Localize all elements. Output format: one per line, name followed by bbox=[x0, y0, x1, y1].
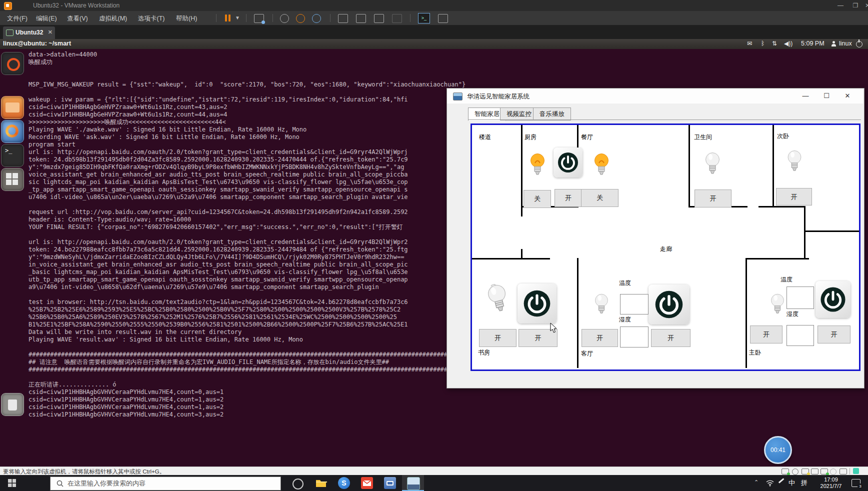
cortana-icon[interactable] bbox=[292, 478, 304, 490]
second-bedroom-bulb-off-icon bbox=[786, 150, 802, 172]
menu-edit[interactable]: 编辑(E) bbox=[33, 14, 60, 24]
action-center-icon[interactable]: 3 bbox=[852, 479, 860, 487]
wall bbox=[804, 206, 806, 260]
menu-vm[interactable]: 虚拟机(M) bbox=[96, 14, 130, 24]
pause-vm-button-bar2[interactable] bbox=[228, 14, 230, 22]
file-explorer-icon[interactable] bbox=[315, 477, 327, 489]
living-humidity-input[interactable] bbox=[620, 326, 648, 348]
pause-vm-button[interactable] bbox=[225, 14, 227, 22]
ubuntu-username[interactable]: linux bbox=[839, 40, 852, 47]
ubuntu-top-panel: linux@ubuntu: ~/smart ✉ ᛒ ⇅ ◀)) 5:09 PM … bbox=[0, 39, 868, 50]
study-power-button[interactable] bbox=[518, 284, 556, 324]
kitchen-close-button[interactable]: 关 bbox=[524, 190, 551, 208]
terminal-line: csid=civw1P1HHBHAgbGVHVCeraaPYHdLvmu7HE4… bbox=[28, 411, 466, 418]
tray-expand-icon[interactable]: ⌃ bbox=[754, 479, 758, 486]
app-minimize-button[interactable]: — bbox=[798, 91, 813, 102]
ime-indicator[interactable]: 拼 bbox=[801, 478, 808, 488]
vmware-taskbar-icon[interactable] bbox=[384, 477, 396, 489]
master-bedroom-power-button[interactable] bbox=[816, 281, 850, 318]
workspace-switcher-icon[interactable] bbox=[1, 168, 24, 191]
master-humidity-input[interactable] bbox=[786, 325, 814, 346]
restore-layout-icon[interactable] bbox=[853, 468, 859, 474]
mail-indicator-icon[interactable]: ✉ bbox=[747, 40, 752, 47]
volume-icon[interactable]: ◀)) bbox=[784, 40, 792, 47]
fit-guest-icon[interactable] bbox=[374, 14, 384, 23]
living-temp-input[interactable] bbox=[620, 294, 648, 314]
snapshot-manager-icon[interactable] bbox=[312, 14, 321, 23]
terminal-line bbox=[28, 88, 466, 96]
menu-view[interactable]: 查看(V) bbox=[64, 14, 91, 24]
floor-plan: 楼道 厨房 餐厅 卫生间 次卧 走廊 书房 客厅 主卧 bbox=[470, 124, 860, 371]
active-app-slot[interactable] bbox=[402, 475, 424, 491]
bluetooth-icon[interactable]: ᛒ bbox=[761, 40, 764, 47]
vmware-maximize-button[interactable]: ❐ bbox=[849, 1, 862, 10]
tab-close-icon[interactable]: ✕ bbox=[48, 29, 52, 36]
session-gear-icon[interactable] bbox=[856, 41, 862, 48]
show-library-icon[interactable] bbox=[338, 14, 348, 23]
send-ctrl-alt-del-icon[interactable] bbox=[254, 14, 264, 23]
wall bbox=[746, 258, 747, 368]
smart-home-taskbar-icon[interactable] bbox=[407, 477, 420, 490]
mail-client-icon[interactable] bbox=[361, 477, 373, 489]
master-open-button-2[interactable]: 开 bbox=[818, 326, 850, 344]
ubuntu-clock[interactable]: 5:09 PM bbox=[801, 40, 824, 47]
living-open-button-1[interactable]: 开 bbox=[582, 329, 618, 347]
master-temp-input[interactable] bbox=[786, 286, 814, 309]
cdrom-status-icon[interactable] bbox=[792, 468, 798, 475]
taskbar-clock[interactable]: 17:09 2021/7/7 bbox=[816, 476, 846, 490]
terminal-line: request url :http://vop.baidu.com/server… bbox=[28, 208, 466, 216]
taskbar-time: 17:09 bbox=[816, 476, 846, 483]
living-room-power-button[interactable] bbox=[648, 284, 690, 324]
app-close-button[interactable]: ✕ bbox=[840, 91, 855, 102]
power-dropdown-caret[interactable]: ▼ bbox=[235, 15, 240, 20]
terminal-output: data->datalen=44000唤醒成功MSP_IVW_MSG_WAKEU… bbox=[28, 51, 466, 418]
snapshot-take-icon[interactable] bbox=[280, 14, 289, 23]
pen-input-icon[interactable] bbox=[778, 478, 784, 483]
sound-status-icon[interactable] bbox=[820, 468, 828, 474]
network-adapter-status-icon[interactable] bbox=[802, 468, 809, 474]
screen: Ubuntu32 - VMware Workstation — ❐ ✕ 文件(F… bbox=[0, 0, 868, 491]
kitchen-dining-power-button[interactable] bbox=[554, 148, 582, 178]
vmware-menubar: 文件(F) 编辑(E) 查看(V) 虚拟机(M) 选项卡(T) 帮助(H) ▼ … bbox=[0, 11, 868, 25]
unity-mode-icon bbox=[392, 14, 402, 23]
trash-icon[interactable] bbox=[1, 393, 24, 416]
wall bbox=[688, 125, 690, 207]
bathroom-open-button[interactable]: 开 bbox=[694, 190, 732, 208]
start-button[interactable] bbox=[8, 479, 16, 487]
snapshot-revert-icon[interactable] bbox=[296, 14, 305, 23]
fullscreen-icon[interactable] bbox=[438, 14, 448, 23]
study-open-button-1[interactable]: 开 bbox=[479, 329, 516, 347]
living-open-button-2[interactable]: 开 bbox=[651, 329, 690, 347]
harddisk-status-icon[interactable] bbox=[782, 468, 789, 474]
show-thumbnail-bar-icon[interactable] bbox=[356, 14, 366, 23]
menu-help[interactable]: 帮助(H) bbox=[173, 14, 200, 24]
taskbar-search-input[interactable]: 在这里输入你要搜索的内容 bbox=[50, 476, 281, 490]
console-view-icon[interactable]: >_ bbox=[418, 13, 430, 24]
kitchen-open-button[interactable]: 开 bbox=[554, 189, 582, 207]
wifi-icon[interactable] bbox=[766, 480, 774, 486]
printer-status-icon[interactable] bbox=[811, 468, 818, 474]
menu-file[interactable]: 文件(F) bbox=[4, 14, 30, 24]
wall bbox=[577, 258, 578, 368]
user-icon[interactable] bbox=[831, 41, 836, 46]
usb-status-icon[interactable] bbox=[840, 468, 847, 474]
tab-music-player[interactable]: 音乐播放 bbox=[533, 108, 571, 120]
tab-ubuntu32[interactable]: Ubuntu32 ✕ bbox=[3, 26, 55, 39]
vmware-close-button[interactable]: ✕ bbox=[861, 1, 868, 10]
terminal-launcher-icon[interactable]: >_ bbox=[1, 144, 24, 167]
files-icon[interactable] bbox=[1, 96, 24, 119]
language-indicator[interactable]: 中 bbox=[788, 478, 795, 488]
dining-close-button[interactable]: 关 bbox=[581, 189, 618, 207]
app-maximize-button[interactable]: ☐ bbox=[819, 91, 834, 102]
vmware-minimize-button[interactable]: — bbox=[834, 1, 847, 10]
menu-tabs[interactable]: 选项卡(T) bbox=[135, 14, 168, 24]
master-open-button-1[interactable]: 开 bbox=[750, 326, 782, 344]
network-icon[interactable]: ⇅ bbox=[772, 40, 777, 47]
tab-video-monitor[interactable]: 视频监控 bbox=[500, 108, 538, 120]
ubuntu-dash-icon[interactable] bbox=[1, 52, 24, 75]
firefox-icon[interactable] bbox=[1, 120, 24, 143]
browser-icon[interactable]: S bbox=[338, 477, 350, 489]
smart-home-titlebar[interactable]: 华清远见智能家居系统 — ☐ ✕ bbox=[447, 88, 863, 104]
device-status-icon[interactable] bbox=[830, 468, 836, 475]
second-bedroom-open-button[interactable]: 开 bbox=[776, 188, 812, 206]
